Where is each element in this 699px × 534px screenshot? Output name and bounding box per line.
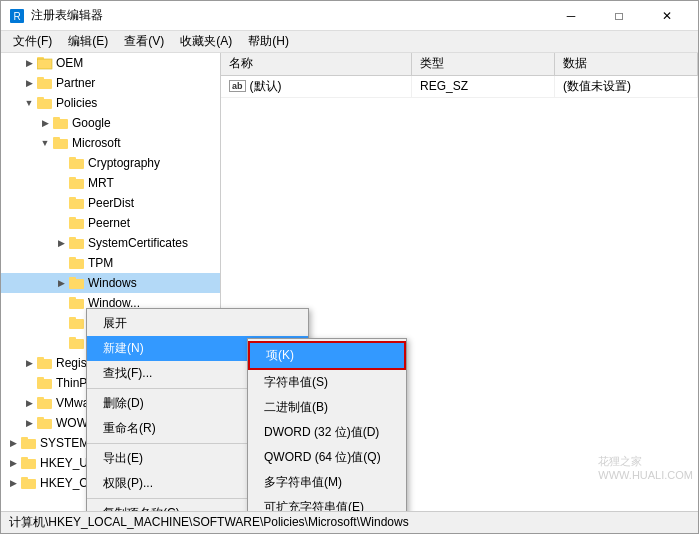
col-type: 类型 bbox=[412, 53, 555, 75]
svg-rect-32 bbox=[69, 337, 76, 340]
minimize-button[interactable]: ─ bbox=[548, 1, 594, 31]
folder-icon bbox=[21, 456, 37, 470]
submenu: 项(K) 字符串值(S) 二进制值(B) DWORD (32 位)值(D) QW… bbox=[247, 338, 407, 511]
app-icon: R bbox=[9, 8, 25, 24]
folder-icon bbox=[69, 276, 85, 290]
folder-icon bbox=[69, 256, 85, 270]
svg-rect-46 bbox=[21, 477, 28, 480]
svg-rect-19 bbox=[69, 219, 84, 229]
submenu-binary[interactable]: 二进制值(B) bbox=[248, 395, 406, 420]
expander-icon[interactable]: ▶ bbox=[5, 455, 21, 471]
svg-rect-25 bbox=[69, 279, 84, 289]
svg-rect-22 bbox=[69, 237, 76, 240]
folder-icon bbox=[21, 476, 37, 490]
folder-icon bbox=[37, 416, 53, 430]
list-item[interactable]: ▼ Policies bbox=[1, 93, 220, 113]
menu-help[interactable]: 帮助(H) bbox=[240, 31, 297, 53]
expander-icon[interactable]: ▶ bbox=[53, 275, 69, 291]
status-bar: 计算机\HKEY_LOCAL_MACHINE\SOFTWARE\Policies… bbox=[1, 511, 698, 533]
cell-data: (数值未设置) bbox=[555, 75, 698, 97]
list-item[interactable]: ▶ MRT bbox=[1, 173, 220, 193]
folder-icon bbox=[37, 356, 53, 370]
submenu-string[interactable]: 字符串值(S) bbox=[248, 370, 406, 395]
svg-rect-40 bbox=[37, 417, 44, 420]
menu-view[interactable]: 查看(V) bbox=[116, 31, 172, 53]
folder-icon bbox=[37, 376, 53, 390]
svg-rect-11 bbox=[53, 139, 68, 149]
expander-icon[interactable]: ▶ bbox=[21, 415, 37, 431]
expander-icon[interactable]: ▶ bbox=[5, 435, 21, 451]
ctx-expand[interactable]: 展开 bbox=[87, 311, 308, 336]
svg-rect-42 bbox=[21, 437, 28, 440]
table-row[interactable]: ab (默认) REG_SZ (数值未设置) bbox=[221, 75, 698, 97]
folder-icon bbox=[69, 216, 85, 230]
svg-rect-28 bbox=[69, 297, 76, 300]
restore-button[interactable]: □ bbox=[596, 1, 642, 31]
svg-rect-23 bbox=[69, 259, 84, 269]
folder-icon bbox=[37, 396, 53, 410]
svg-rect-3 bbox=[37, 57, 44, 60]
close-button[interactable]: ✕ bbox=[644, 1, 690, 31]
window-title: 注册表编辑器 bbox=[31, 7, 548, 24]
menu-favorites[interactable]: 收藏夹(A) bbox=[172, 31, 240, 53]
folder-icon bbox=[53, 116, 69, 130]
svg-rect-33 bbox=[37, 359, 52, 369]
cell-type: REG_SZ bbox=[412, 75, 555, 97]
folder-icon bbox=[53, 136, 69, 150]
list-item[interactable]: ▶ Windows bbox=[1, 273, 220, 293]
list-item[interactable]: ▶ SystemCertificates bbox=[1, 233, 220, 253]
folder-icon bbox=[37, 56, 53, 70]
svg-rect-29 bbox=[69, 319, 84, 329]
folder-icon bbox=[69, 156, 85, 170]
default-value-icon: ab (默认) bbox=[229, 78, 282, 95]
submenu-qword[interactable]: QWORD (64 位)值(Q) bbox=[248, 445, 406, 470]
list-item[interactable]: ▶ PeerDist bbox=[1, 193, 220, 213]
list-item[interactable]: ▶ Peernet bbox=[1, 213, 220, 233]
svg-rect-8 bbox=[37, 97, 44, 100]
expander-icon[interactable]: ▶ bbox=[37, 115, 53, 131]
expander-icon[interactable]: ▶ bbox=[53, 235, 69, 251]
submenu-key[interactable]: 项(K) bbox=[248, 341, 406, 370]
submenu-expandstring[interactable]: 可扩充字符串值(E) bbox=[248, 495, 406, 511]
svg-rect-18 bbox=[69, 197, 76, 200]
menu-edit[interactable]: 编辑(E) bbox=[60, 31, 116, 53]
list-item[interactable]: ▶ Google bbox=[1, 113, 220, 133]
folder-icon bbox=[37, 96, 53, 110]
svg-rect-31 bbox=[69, 339, 84, 349]
cell-name: ab (默认) bbox=[221, 75, 412, 97]
folder-icon bbox=[69, 176, 85, 190]
expander-icon[interactable]: ▼ bbox=[37, 135, 53, 151]
list-item[interactable]: ▶ OEM bbox=[1, 53, 220, 73]
expander-icon[interactable]: ▶ bbox=[21, 55, 37, 71]
submenu-dword[interactable]: DWORD (32 位)值(D) bbox=[248, 420, 406, 445]
list-item[interactable]: ▶ Cryptography bbox=[1, 153, 220, 173]
list-item[interactable]: ▼ Microsoft bbox=[1, 133, 220, 153]
svg-rect-15 bbox=[69, 179, 84, 189]
list-item[interactable]: ▶ Partner bbox=[1, 73, 220, 93]
svg-rect-36 bbox=[37, 377, 44, 380]
menu-file[interactable]: 文件(F) bbox=[5, 31, 60, 53]
svg-text:R: R bbox=[13, 11, 20, 22]
expander-icon[interactable]: ▼ bbox=[21, 95, 37, 111]
svg-rect-30 bbox=[69, 317, 76, 320]
svg-rect-12 bbox=[53, 137, 60, 140]
registry-editor-window: R 注册表编辑器 ─ □ ✕ 文件(F) 编辑(E) 查看(V) 收藏夹(A) … bbox=[0, 0, 699, 534]
folder-icon bbox=[37, 76, 53, 90]
svg-rect-24 bbox=[69, 257, 76, 260]
svg-rect-39 bbox=[37, 419, 52, 429]
svg-rect-21 bbox=[69, 239, 84, 249]
svg-rect-35 bbox=[37, 379, 52, 389]
list-item[interactable]: ▶ TPM bbox=[1, 253, 220, 273]
expander-icon[interactable]: ▶ bbox=[21, 75, 37, 91]
col-data: 数据 bbox=[555, 53, 698, 75]
svg-rect-17 bbox=[69, 199, 84, 209]
expander-icon[interactable]: ▶ bbox=[5, 475, 21, 491]
svg-rect-38 bbox=[37, 397, 44, 400]
svg-rect-43 bbox=[21, 459, 36, 469]
svg-rect-37 bbox=[37, 399, 52, 409]
svg-rect-5 bbox=[37, 79, 52, 89]
expander-icon[interactable]: ▶ bbox=[21, 395, 37, 411]
submenu-multistring[interactable]: 多字符串值(M) bbox=[248, 470, 406, 495]
expander-icon[interactable]: ▶ bbox=[21, 355, 37, 371]
title-bar: R 注册表编辑器 ─ □ ✕ bbox=[1, 1, 698, 31]
